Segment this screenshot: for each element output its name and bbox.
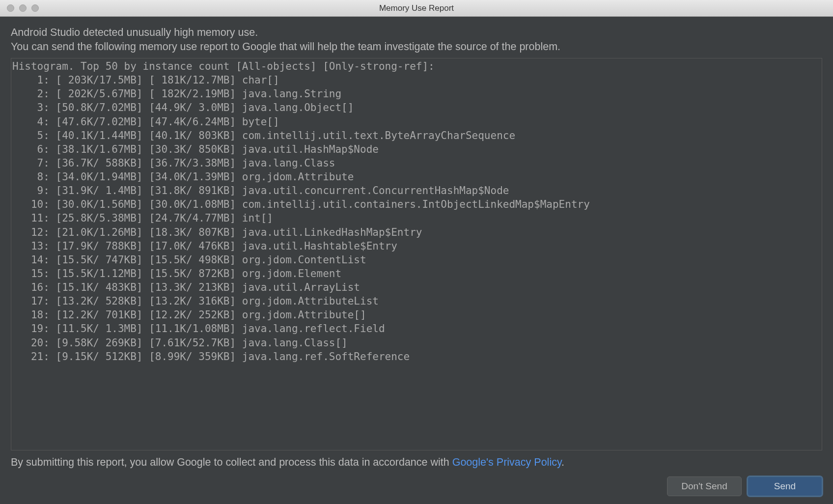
window-title: Memory Use Report (0, 3, 833, 13)
window-controls (0, 4, 39, 12)
minimize-window-icon[interactable] (19, 4, 27, 12)
privacy-notice: By submitting this report, you allow Goo… (11, 456, 822, 469)
close-window-icon[interactable] (7, 4, 14, 12)
intro-line-1: Android Studio detected unusually high m… (11, 26, 822, 40)
zoom-window-icon[interactable] (31, 4, 39, 12)
privacy-suffix: . (561, 456, 564, 468)
dont-send-button[interactable]: Don't Send (667, 476, 742, 496)
intro-text: Android Studio detected unusually high m… (11, 26, 822, 54)
report-text: Histogram. Top 50 by instance count [All… (12, 59, 821, 364)
button-row: Don't Send Send (11, 476, 822, 496)
titlebar: Memory Use Report (0, 0, 833, 17)
privacy-prefix: By submitting this report, you allow Goo… (11, 456, 452, 468)
privacy-policy-link[interactable]: Google's Privacy Policy (452, 456, 561, 468)
dialog-content: Android Studio detected unusually high m… (0, 17, 833, 504)
send-button[interactable]: Send (748, 476, 822, 496)
intro-line-2: You can send the following memory use re… (11, 40, 822, 54)
report-textarea[interactable]: Histogram. Top 50 by instance count [All… (11, 58, 822, 450)
